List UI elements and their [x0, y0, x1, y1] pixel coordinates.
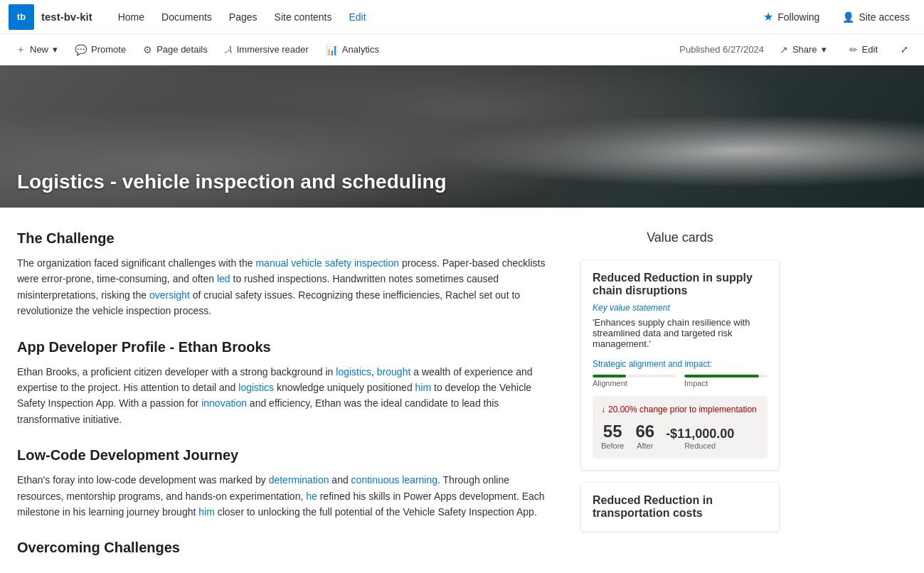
metric-reduced-value: -$11,000.00 — [666, 427, 734, 441]
edit-label: Edit — [862, 44, 878, 55]
link-brought[interactable]: brought — [377, 366, 410, 377]
value-cards-title: Value cards — [580, 230, 780, 245]
link-continuous[interactable]: continuous learning — [351, 474, 437, 486]
metrics-box: ↓ 20.00% change prior to implementation … — [593, 396, 768, 459]
change-indicator: ↓ 20.00% change prior to implementation — [601, 405, 759, 414]
link-him2[interactable]: him — [198, 506, 215, 518]
edit-icon: ✏ — [849, 44, 858, 55]
nav-site-contents[interactable]: Site contents — [266, 0, 341, 34]
metrics-row: 55 Before 66 After -$11,000.00 Reduced — [601, 422, 759, 450]
section-heading-overcoming: Overcoming Challenges — [17, 540, 558, 556]
article-section: The Challenge The organization faced sig… — [17, 230, 558, 564]
section-paragraph-lowcode: Ethan's foray into low-code development … — [17, 472, 558, 520]
new-label: New — [30, 44, 48, 55]
new-button[interactable]: ＋ New ▾ — [9, 38, 65, 61]
alignment-bar-label: Alignment — [593, 379, 676, 387]
immersive-reader-button[interactable]: 𝓐 Immersive reader — [218, 38, 316, 61]
link-logistics[interactable]: logistics — [336, 366, 371, 377]
link-him[interactable]: him — [415, 382, 432, 393]
nav-edit[interactable]: Edit — [341, 0, 375, 34]
top-nav: Home Documents Pages Site contents Edit — [110, 0, 758, 34]
section-paragraph-developer: Ethan Brooks, a proficient citizen devel… — [17, 364, 558, 428]
value-card-1-title: Reduced Reduction in supply chain disrup… — [593, 272, 768, 297]
top-bar-right: ★ Following 👤 Site access — [758, 7, 915, 26]
link-manual[interactable]: manual vehicle safety inspection — [255, 257, 399, 269]
value-card-1: Reduced Reduction in supply chain disrup… — [580, 259, 780, 471]
section-heading-lowcode: Low-Code Development Journey — [17, 447, 558, 464]
page-details-icon: ⚙ — [143, 44, 152, 55]
metric-reduced: -$11,000.00 Reduced — [666, 427, 734, 450]
impact-bar-wrap: Impact — [684, 375, 768, 387]
hero-title: Logistics - vehicle inspection and sched… — [17, 171, 447, 193]
nav-documents[interactable]: Documents — [153, 0, 221, 34]
link-led[interactable]: led — [217, 273, 230, 284]
site-logo: tb — [9, 4, 34, 30]
impact-bar-label: Impact — [684, 379, 768, 387]
share-dropdown-icon: ▾ — [822, 44, 827, 55]
promote-button[interactable]: 💬 Promote — [68, 38, 133, 61]
top-bar: tb test-bv-kit Home Documents Pages Site… — [0, 0, 924, 34]
metric-before-value: 55 — [601, 422, 624, 441]
alignment-bars: Alignment Impact — [593, 375, 768, 387]
toolbar-right: Published 6/27/2024 ↗ Share ▾ ✏ Edit ⤢ — [679, 38, 915, 61]
share-button[interactable]: ↗ Share ▾ — [772, 38, 834, 61]
metric-after: 66 After — [635, 422, 654, 450]
alignment-bar-fill — [593, 375, 626, 377]
analytics-button[interactable]: 📊 Analytics — [319, 38, 386, 61]
following-label: Following — [777, 11, 819, 23]
page-details-button[interactable]: ⚙ Page details — [136, 38, 215, 61]
link-oversight[interactable]: oversight — [149, 289, 190, 301]
key-value-label: Key value statement — [593, 303, 768, 313]
toolbar: ＋ New ▾ 💬 Promote ⚙ Page details 𝓐 Immer… — [0, 34, 924, 65]
strategic-label: Strategic alignment and impact: — [593, 359, 768, 369]
promote-label: Promote — [91, 44, 126, 55]
people-icon: 👤 — [842, 11, 854, 23]
share-icon: ↗ — [780, 44, 788, 55]
section-paragraph-challenge: The organization faced significant chall… — [17, 255, 558, 319]
metric-after-label: After — [635, 441, 654, 450]
star-icon: ★ — [763, 10, 773, 23]
edit-button[interactable]: ✏ Edit — [842, 38, 885, 61]
site-access-button[interactable]: 👤 Site access — [837, 9, 915, 26]
site-access-label: Site access — [859, 11, 910, 23]
new-dropdown-icon: ▾ — [53, 44, 58, 55]
metric-before: 55 Before — [601, 422, 624, 450]
link-determination[interactable]: determination — [269, 474, 329, 486]
immersive-reader-label: Immersive reader — [237, 44, 309, 55]
nav-home[interactable]: Home — [110, 0, 153, 34]
nav-pages[interactable]: Pages — [221, 0, 266, 34]
impact-bar-fill — [684, 375, 759, 377]
analytics-label: Analytics — [342, 44, 379, 55]
site-title: test-bv-kit — [41, 11, 92, 23]
link-innovation[interactable]: innovation — [201, 397, 247, 409]
section-heading-challenge: The Challenge — [17, 230, 558, 247]
immersive-reader-icon: 𝓐 — [225, 43, 233, 55]
expand-button[interactable]: ⤢ — [893, 38, 915, 61]
expand-icon: ⤢ — [901, 44, 908, 55]
metric-after-value: 66 — [635, 422, 654, 441]
promote-icon: 💬 — [75, 44, 87, 55]
down-arrow-icon: ↓ — [601, 405, 605, 414]
link-logistics2[interactable]: logistics — [238, 382, 274, 393]
impact-bar-track — [684, 375, 768, 377]
main-content: The Challenge The organization faced sig… — [0, 208, 924, 573]
plus-icon: ＋ — [16, 43, 26, 56]
hero-banner: Logistics - vehicle inspection and sched… — [0, 65, 924, 208]
analytics-icon: 📊 — [326, 44, 338, 55]
metric-before-label: Before — [601, 441, 624, 450]
key-value-text: 'Enhances supply chain resilience with s… — [593, 317, 768, 349]
published-text: Published 6/27/2024 — [679, 44, 764, 55]
metric-reduced-label: Reduced — [666, 441, 734, 450]
value-cards-sidebar: Value cards Reduced Reduction in supply … — [580, 230, 780, 564]
value-card-2-title: Reduced Reduction in transportation cost… — [593, 494, 768, 520]
page-details-label: Page details — [156, 44, 208, 55]
section-heading-developer: App Developer Profile - Ethan Brooks — [17, 339, 558, 355]
alignment-bar-wrap: Alignment — [593, 375, 676, 387]
share-label: Share — [792, 44, 817, 55]
value-card-2-partial: Reduced Reduction in transportation cost… — [580, 482, 780, 532]
change-text: 20.00% change prior to implementation — [608, 405, 757, 414]
link-he[interactable]: he — [306, 491, 317, 502]
following-button[interactable]: ★ Following — [758, 7, 825, 26]
alignment-bar-track — [593, 375, 676, 377]
